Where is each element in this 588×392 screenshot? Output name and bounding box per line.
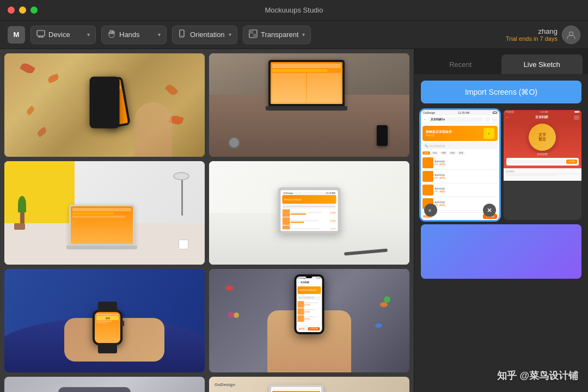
user-section: zhang Trial ends in 7 days xyxy=(506,26,580,44)
screen-number-button[interactable]: 4 xyxy=(424,204,437,217)
mockup-item[interactable] xyxy=(209,53,409,157)
hands-chevron-icon: ▾ xyxy=(158,32,161,38)
mockup-item[interactable]: GoDesign 11:35 AM 购物返京东现金券 xyxy=(209,161,409,265)
maximize-button[interactable] xyxy=(30,7,38,14)
mockup-item[interactable] xyxy=(4,53,205,157)
orientation-dropdown[interactable]: Orientation ▾ xyxy=(172,26,237,44)
svg-point-5 xyxy=(181,35,182,36)
transparent-dropdown[interactable]: Transparent ▾ xyxy=(243,26,311,44)
right-panel: Recent Live Sketch Import Screens (⌘O) xyxy=(414,49,588,392)
close-button[interactable] xyxy=(8,7,15,14)
device-label: Device xyxy=(48,30,70,39)
orientation-chevron-icon: ▾ xyxy=(229,32,231,38)
transparent-chevron-icon: ▾ xyxy=(302,32,305,38)
toolbar: M Device ▾ Hands ▾ Orientat xyxy=(0,21,588,49)
screen-delete-button[interactable] xyxy=(483,204,496,217)
transparent-label: Transparent xyxy=(261,30,299,39)
screens-grid: GoDesign 11:35 AM ← 京东到家Go xyxy=(414,108,588,285)
trial-text: Trial ends in 7 days xyxy=(506,35,558,42)
user-avatar[interactable] xyxy=(562,26,580,44)
svg-text:4: 4 xyxy=(428,208,431,213)
mockup-item[interactable]: GoDesign xyxy=(209,377,409,392)
transparent-icon xyxy=(249,29,258,40)
logo-button[interactable]: M xyxy=(8,26,25,44)
svg-rect-7 xyxy=(249,30,253,34)
import-screens-button[interactable]: Import Screens (⌘O) xyxy=(421,81,581,103)
tab-live-sketch[interactable]: Live Sketch xyxy=(501,54,583,74)
user-name: zhang xyxy=(506,27,558,35)
orientation-icon xyxy=(178,29,187,40)
device-icon xyxy=(36,29,45,40)
screen-card-1[interactable]: GoDesign 11:35 AM ← 京东到家Go xyxy=(421,110,499,220)
app-title: Mockuuups Studio xyxy=(265,6,323,14)
mockup-item[interactable]: GoDesign 11:35 ← 京东到家 购物返京 xyxy=(209,269,409,372)
svg-rect-0 xyxy=(37,30,45,36)
screen-card-2[interactable]: 中国联通 5:41 AM ← 京东到家 xyxy=(504,110,582,220)
user-info: zhang Trial ends in 7 days xyxy=(506,27,558,42)
device-chevron-icon: ▾ xyxy=(87,32,90,38)
tab-recent[interactable]: Recent xyxy=(420,54,501,74)
main-layout: GoDesign 11:35 AM 购物返京东现金券 xyxy=(0,49,588,392)
screen-card-3[interactable] xyxy=(421,224,581,279)
screen-preview-3 xyxy=(421,224,581,279)
hands-label: Hands xyxy=(119,30,140,39)
mockup-item[interactable]: 购物 xyxy=(4,269,205,372)
device-dropdown[interactable]: Device ▾ xyxy=(30,26,96,44)
mockup-item[interactable] xyxy=(4,161,205,265)
hands-dropdown[interactable]: Hands ▾ xyxy=(101,26,167,44)
panel-content: Import Screens (⌘O) GoDesign 11:35 AM xyxy=(414,74,588,392)
screen-preview-2: 中国联通 5:41 AM ← 京东到家 xyxy=(504,110,582,181)
content-area[interactable]: GoDesign 11:35 AM 购物返京东现金券 xyxy=(0,49,414,392)
mockup-item[interactable] xyxy=(4,377,205,392)
svg-rect-8 xyxy=(253,34,257,38)
traffic-lights xyxy=(8,7,38,14)
orientation-label: Orientation xyxy=(190,30,225,39)
titlebar: Mockuuups Studio xyxy=(0,0,588,21)
panel-tabs: Recent Live Sketch xyxy=(414,49,588,74)
mockup-grid: GoDesign 11:35 AM 购物返京东现金券 xyxy=(4,53,409,392)
minimize-button[interactable] xyxy=(19,7,26,14)
hands-icon xyxy=(107,29,116,40)
